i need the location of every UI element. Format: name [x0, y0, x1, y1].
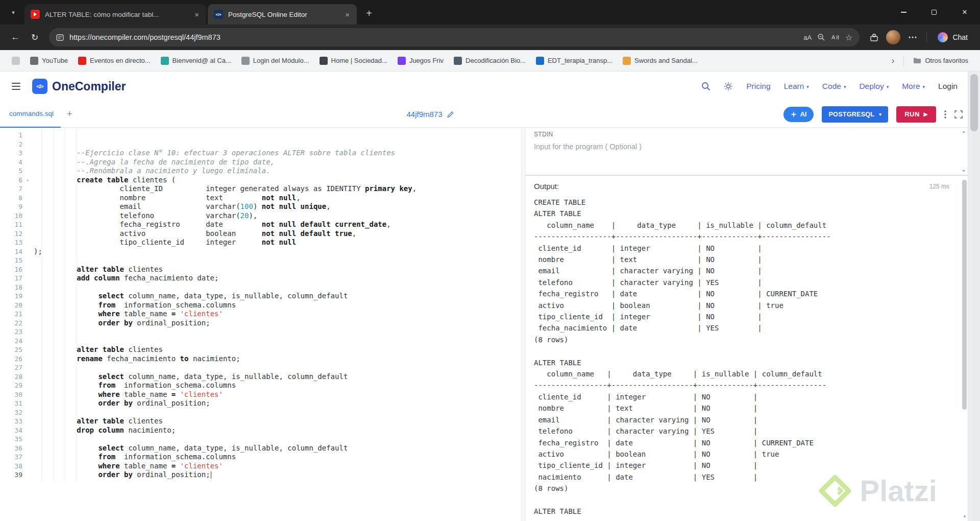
scroll-down-icon[interactable]: ▼ [962, 169, 966, 173]
bookmarks-overflow-chevron-icon[interactable]: › [887, 56, 899, 66]
code-line[interactable] [34, 337, 416, 346]
code-line[interactable]: order by ordinal_position; [34, 399, 416, 408]
code-line[interactable]: where table_name = 'clientes' [34, 462, 416, 471]
scrollbar-thumb[interactable] [962, 180, 967, 410]
code-line[interactable] [34, 140, 416, 149]
code-line[interactable] [34, 408, 416, 417]
tab-search-button[interactable]: ▾ [5, 4, 21, 20]
language-select[interactable]: POSTGRESQL ▾ [822, 106, 888, 123]
code-line[interactable] [34, 256, 416, 265]
bookmark-item[interactable]: Home | Sociedad... [315, 54, 392, 67]
code-line[interactable]: --.Agrega la fecha de nacimiento de tipo… [34, 158, 416, 167]
zoom-out-icon[interactable] [817, 33, 825, 41]
code-line[interactable]: nombre text not null, [34, 194, 416, 203]
code-line[interactable]: activo boolean not null default true, [34, 229, 416, 239]
ai-button[interactable]: AI [783, 107, 814, 122]
bookmark-item[interactable]: Swords and Sandal... [618, 54, 702, 67]
close-window-button[interactable]: × [949, 0, 980, 25]
copilot-chat-button[interactable]: Chat [932, 28, 974, 46]
pane-splitter[interactable] [522, 128, 526, 521]
code-line[interactable] [34, 435, 416, 444]
site-info-icon[interactable] [56, 34, 64, 41]
menu-hamburger-icon[interactable] [8, 79, 24, 93]
code-line[interactable]: fecha_registro date not null default cur… [34, 220, 416, 229]
file-id[interactable]: 44jf9m873 [406, 110, 454, 119]
code-line[interactable]: from information_schema.columns [34, 453, 416, 462]
code-line[interactable] [34, 283, 416, 292]
output-scrollbar[interactable]: ▼ [961, 176, 968, 521]
code-line[interactable]: drop column nacimiento; [34, 426, 416, 435]
code-line[interactable]: create table clientes ( [34, 176, 416, 185]
stdin-section[interactable]: STDIN Input for the program ( Optional )… [526, 128, 968, 176]
favorite-star-icon[interactable]: ☆ [845, 33, 852, 42]
close-tab-icon[interactable]: × [191, 9, 202, 20]
bookmark-item[interactable]: Login del Módulo... [237, 54, 314, 67]
code-line[interactable]: cliente_ID integer generated always as I… [34, 184, 416, 194]
nav-code[interactable]: Code▾ [822, 82, 846, 91]
profile-avatar[interactable] [886, 30, 900, 44]
code-line[interactable]: tipo_cliente_id integer not null [34, 238, 416, 247]
code-line[interactable]: from information_schema.columns [34, 301, 416, 310]
add-file-button[interactable]: + [61, 109, 79, 120]
bookmark-item[interactable]: Decodificación Bio... [449, 54, 530, 67]
scroll-down-icon[interactable]: ▼ [963, 514, 967, 519]
bookmark-item[interactable]: YouTube [26, 54, 72, 67]
file-tab-commands-sql[interactable]: commands.sql [0, 101, 61, 128]
read-aloud-icon[interactable]: A [831, 34, 840, 41]
refresh-button[interactable]: ↻ [26, 28, 44, 46]
page-scrollbar[interactable] [968, 72, 980, 521]
code-line[interactable]: alter table clientes [34, 345, 416, 354]
stdin-scrollbar[interactable]: ▲ ▼ [961, 130, 967, 173]
scrollbar-thumb[interactable] [970, 74, 978, 131]
browser-tab-youtube[interactable]: ALTER TABLE: cómo modificar tabl... × [24, 4, 206, 25]
browser-tab-onecompiler[interactable]: </> PostgreSQL Online Editor × [208, 4, 357, 25]
close-tab-icon[interactable]: × [342, 9, 353, 20]
minimize-button[interactable] [888, 0, 919, 25]
onecompiler-logo[interactable]: </> OneCompiler [32, 79, 126, 94]
code-line[interactable]: select column_name, data_type, is_nullab… [34, 372, 416, 382]
bookmark-item[interactable]: Juegos Friv [393, 54, 448, 67]
theme-sun-icon[interactable] [724, 82, 733, 91]
new-tab-button[interactable]: + [361, 5, 377, 21]
code-line[interactable]: --Ejercicio clase N° 10: efectuar 3 oper… [34, 149, 416, 158]
scroll-up-icon[interactable]: ▲ [962, 130, 966, 133]
code-line[interactable] [34, 363, 416, 372]
bookmark-item[interactable]: EDT_terapia_transp... [531, 54, 617, 67]
kebab-menu-icon[interactable] [944, 110, 946, 119]
nav-learn[interactable]: Learn▾ [784, 82, 809, 91]
translate-icon[interactable]: aA [803, 34, 812, 41]
nav-pricing[interactable]: Pricing [746, 82, 770, 91]
code-line[interactable] [34, 131, 416, 140]
code-line[interactable]: --.Renómbrala a nacimiento y luego elimí… [34, 167, 416, 176]
code-line[interactable]: ); [34, 247, 416, 256]
stdin-input-placeholder[interactable]: Input for the program ( Optional ) [534, 143, 960, 151]
code-line[interactable]: where table_name = 'clientes' [34, 310, 416, 319]
code-line[interactable]: alter table clientes [34, 417, 416, 426]
maximize-button[interactable] [919, 0, 949, 25]
code-line[interactable]: rename fecha_nacimiento to nacimiento; [34, 354, 416, 364]
fullscreen-icon[interactable] [954, 110, 963, 119]
code-line[interactable]: where table_name = 'clientes' [34, 390, 416, 399]
run-button[interactable]: RUN ▶ [896, 106, 936, 123]
fold-chevron-icon[interactable]: ▾ [27, 176, 29, 185]
bookmark-item[interactable]: Bienvenid@ al Ca... [156, 54, 236, 67]
bookmark-icon-only[interactable] [7, 54, 24, 67]
code-line[interactable]: from information_schema.columns [34, 381, 416, 390]
code-editor[interactable]: 123456▾789101112131415161718192021222324… [0, 128, 522, 521]
extensions-icon[interactable] [865, 28, 883, 46]
edit-pencil-icon[interactable] [447, 111, 454, 118]
code-line[interactable]: order by ordinal_position; [34, 470, 416, 480]
address-bar[interactable]: https://onecompiler.com/postgresql/44jf9… [49, 28, 860, 46]
code-line[interactable]: select column_name, data_type, is_nullab… [34, 292, 416, 301]
code-line[interactable] [34, 327, 416, 337]
code-line[interactable]: email varchar(100) not null unique, [34, 202, 416, 211]
nav-more[interactable]: More▾ [902, 82, 925, 91]
other-favorites-button[interactable]: Otros favoritos [909, 54, 973, 67]
editor-code[interactable]: --Ejercicio clase N° 10: efectuar 3 oper… [34, 131, 416, 480]
settings-menu-button[interactable] [903, 28, 922, 46]
code-line[interactable]: alter table clientes [34, 265, 416, 274]
search-icon[interactable] [701, 82, 710, 91]
back-button[interactable]: ← [6, 28, 24, 46]
code-line[interactable]: add column fecha_nacimiento date; [34, 274, 416, 283]
url-text[interactable]: https://onecompiler.com/postgresql/44jf9… [69, 33, 220, 41]
